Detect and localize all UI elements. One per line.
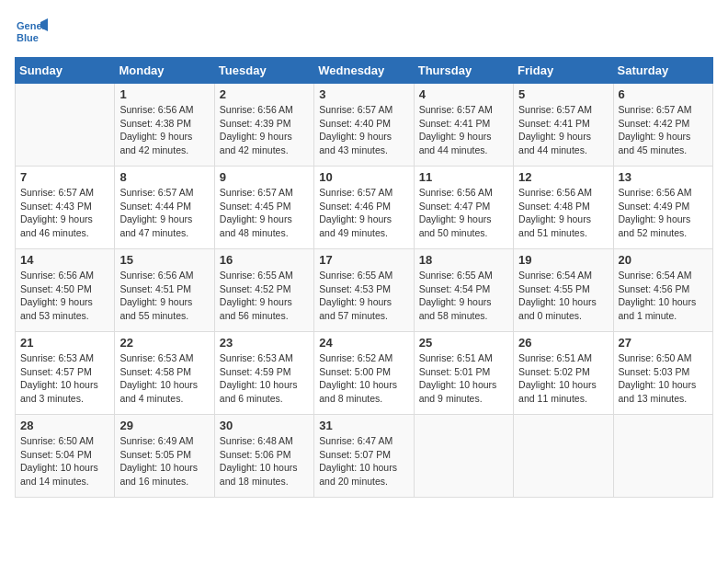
day-info: Sunrise: 6:53 AM Sunset: 4:59 PM Dayligh… — [220, 351, 309, 406]
day-info: Sunrise: 6:56 AM Sunset: 4:51 PM Dayligh… — [119, 269, 209, 323]
table-row — [514, 415, 613, 498]
week-row-1: 7Sunrise: 6:57 AM Sunset: 4:43 PM Daylig… — [16, 167, 713, 249]
table-row: 12Sunrise: 6:56 AM Sunset: 4:48 PM Dayli… — [514, 167, 613, 249]
table-row: 10Sunrise: 6:57 AM Sunset: 4:46 PM Dayli… — [314, 167, 414, 249]
day-info: Sunrise: 6:57 AM Sunset: 4:40 PM Dayligh… — [319, 103, 408, 157]
weekday-header-saturday: Saturday — [613, 58, 712, 84]
table-row: 5Sunrise: 6:57 AM Sunset: 4:41 PM Daylig… — [514, 84, 613, 167]
day-number: 24 — [319, 336, 408, 350]
table-row — [414, 415, 513, 498]
table-row: 16Sunrise: 6:55 AM Sunset: 4:52 PM Dayli… — [214, 249, 313, 332]
logo-icon: General Blue — [15, 15, 48, 48]
day-number: 27 — [619, 336, 708, 350]
day-number: 28 — [20, 419, 109, 432]
day-info: Sunrise: 6:57 AM Sunset: 4:42 PM Dayligh… — [619, 103, 708, 157]
table-row: 18Sunrise: 6:55 AM Sunset: 4:54 PM Dayli… — [414, 249, 513, 332]
day-info: Sunrise: 6:51 AM Sunset: 5:02 PM Dayligh… — [518, 351, 608, 406]
weekday-header-wednesday: Wednesday — [314, 58, 414, 84]
logo: General Blue — [15, 15, 51, 48]
day-info: Sunrise: 6:56 AM Sunset: 4:39 PM Dayligh… — [220, 103, 309, 157]
week-row-3: 21Sunrise: 6:53 AM Sunset: 4:57 PM Dayli… — [16, 332, 713, 415]
day-number: 26 — [518, 336, 608, 350]
day-info: Sunrise: 6:54 AM Sunset: 4:56 PM Dayligh… — [619, 269, 708, 323]
day-info: Sunrise: 6:51 AM Sunset: 5:01 PM Dayligh… — [419, 351, 508, 406]
week-row-4: 28Sunrise: 6:50 AM Sunset: 5:04 PM Dayli… — [16, 415, 713, 498]
day-info: Sunrise: 6:49 AM Sunset: 5:05 PM Dayligh… — [119, 434, 209, 488]
day-info: Sunrise: 6:53 AM Sunset: 4:58 PM Dayligh… — [119, 351, 209, 406]
table-row: 6Sunrise: 6:57 AM Sunset: 4:42 PM Daylig… — [613, 84, 712, 167]
weekday-header-monday: Monday — [115, 58, 214, 84]
day-info: Sunrise: 6:57 AM Sunset: 4:41 PM Dayligh… — [518, 103, 608, 157]
day-info: Sunrise: 6:57 AM Sunset: 4:41 PM Dayligh… — [419, 103, 508, 157]
table-row: 28Sunrise: 6:50 AM Sunset: 5:04 PM Dayli… — [16, 415, 115, 498]
day-number: 22 — [119, 336, 209, 350]
day-info: Sunrise: 6:55 AM Sunset: 4:53 PM Dayligh… — [319, 269, 408, 323]
calendar-table: SundayMondayTuesdayWednesdayThursdayFrid… — [15, 57, 713, 498]
day-number: 29 — [119, 419, 209, 432]
weekday-header-sunday: Sunday — [16, 58, 115, 84]
table-row: 26Sunrise: 6:51 AM Sunset: 5:02 PM Dayli… — [514, 332, 613, 415]
day-info: Sunrise: 6:57 AM Sunset: 4:44 PM Dayligh… — [119, 186, 209, 240]
day-number: 14 — [20, 253, 109, 267]
table-row: 19Sunrise: 6:54 AM Sunset: 4:55 PM Dayli… — [514, 249, 613, 332]
table-row: 3Sunrise: 6:57 AM Sunset: 4:40 PM Daylig… — [314, 84, 414, 167]
day-info: Sunrise: 6:54 AM Sunset: 4:55 PM Dayligh… — [518, 269, 608, 323]
day-number: 16 — [220, 253, 309, 267]
day-number: 10 — [319, 170, 408, 184]
day-number: 30 — [220, 419, 309, 432]
svg-text:Blue: Blue — [17, 32, 39, 43]
day-number: 20 — [619, 253, 708, 267]
table-row: 1Sunrise: 6:56 AM Sunset: 4:38 PM Daylig… — [115, 84, 214, 167]
day-number: 23 — [220, 336, 309, 350]
weekday-header-tuesday: Tuesday — [214, 58, 313, 84]
table-row: 2Sunrise: 6:56 AM Sunset: 4:39 PM Daylig… — [214, 84, 313, 167]
table-row: 30Sunrise: 6:48 AM Sunset: 5:06 PM Dayli… — [214, 415, 313, 498]
weekday-header-row: SundayMondayTuesdayWednesdayThursdayFrid… — [16, 58, 713, 84]
day-info: Sunrise: 6:56 AM Sunset: 4:47 PM Dayligh… — [419, 186, 508, 240]
table-row: 17Sunrise: 6:55 AM Sunset: 4:53 PM Dayli… — [314, 249, 414, 332]
table-row: 13Sunrise: 6:56 AM Sunset: 4:49 PM Dayli… — [613, 167, 712, 249]
weekday-header-friday: Friday — [514, 58, 613, 84]
table-row: 21Sunrise: 6:53 AM Sunset: 4:57 PM Dayli… — [16, 332, 115, 415]
week-row-2: 14Sunrise: 6:56 AM Sunset: 4:50 PM Dayli… — [16, 249, 713, 332]
table-row: 24Sunrise: 6:52 AM Sunset: 5:00 PM Dayli… — [314, 332, 414, 415]
weekday-header-thursday: Thursday — [414, 58, 513, 84]
day-info: Sunrise: 6:53 AM Sunset: 4:57 PM Dayligh… — [20, 351, 109, 406]
day-info: Sunrise: 6:57 AM Sunset: 4:45 PM Dayligh… — [220, 186, 309, 240]
day-number: 19 — [518, 253, 608, 267]
day-info: Sunrise: 6:52 AM Sunset: 5:00 PM Dayligh… — [319, 351, 408, 406]
day-number: 18 — [419, 253, 508, 267]
day-number: 6 — [619, 87, 708, 101]
day-number: 11 — [419, 170, 508, 184]
table-row: 9Sunrise: 6:57 AM Sunset: 4:45 PM Daylig… — [214, 167, 313, 249]
day-info: Sunrise: 6:56 AM Sunset: 4:48 PM Dayligh… — [518, 186, 608, 240]
day-info: Sunrise: 6:57 AM Sunset: 4:43 PM Dayligh… — [20, 186, 109, 240]
day-number: 2 — [220, 87, 309, 101]
table-row: 27Sunrise: 6:50 AM Sunset: 5:03 PM Dayli… — [613, 332, 712, 415]
table-row: 25Sunrise: 6:51 AM Sunset: 5:01 PM Dayli… — [414, 332, 513, 415]
day-info: Sunrise: 6:56 AM Sunset: 4:49 PM Dayligh… — [619, 186, 708, 240]
day-number: 25 — [419, 336, 508, 350]
table-row: 22Sunrise: 6:53 AM Sunset: 4:58 PM Dayli… — [115, 332, 214, 415]
table-row: 4Sunrise: 6:57 AM Sunset: 4:41 PM Daylig… — [414, 84, 513, 167]
day-number: 17 — [319, 253, 408, 267]
day-info: Sunrise: 6:57 AM Sunset: 4:46 PM Dayligh… — [319, 186, 408, 240]
day-number: 15 — [119, 253, 209, 267]
day-info: Sunrise: 6:55 AM Sunset: 4:52 PM Dayligh… — [220, 269, 309, 323]
table-row: 29Sunrise: 6:49 AM Sunset: 5:05 PM Dayli… — [115, 415, 214, 498]
table-row: 15Sunrise: 6:56 AM Sunset: 4:51 PM Dayli… — [115, 249, 214, 332]
table-row: 20Sunrise: 6:54 AM Sunset: 4:56 PM Dayli… — [613, 249, 712, 332]
day-info: Sunrise: 6:50 AM Sunset: 5:04 PM Dayligh… — [20, 434, 109, 488]
table-row: 8Sunrise: 6:57 AM Sunset: 4:44 PM Daylig… — [115, 167, 214, 249]
table-row: 14Sunrise: 6:56 AM Sunset: 4:50 PM Dayli… — [16, 249, 115, 332]
table-row: 31Sunrise: 6:47 AM Sunset: 5:07 PM Dayli… — [314, 415, 414, 498]
table-row: 11Sunrise: 6:56 AM Sunset: 4:47 PM Dayli… — [414, 167, 513, 249]
day-number: 4 — [419, 87, 508, 101]
page-header: General Blue — [15, 15, 713, 48]
day-number: 7 — [20, 170, 109, 184]
day-number: 5 — [518, 87, 608, 101]
day-number: 31 — [319, 419, 408, 432]
day-number: 13 — [619, 170, 708, 184]
day-info: Sunrise: 6:56 AM Sunset: 4:38 PM Dayligh… — [119, 103, 209, 157]
day-info: Sunrise: 6:48 AM Sunset: 5:06 PM Dayligh… — [220, 434, 309, 488]
